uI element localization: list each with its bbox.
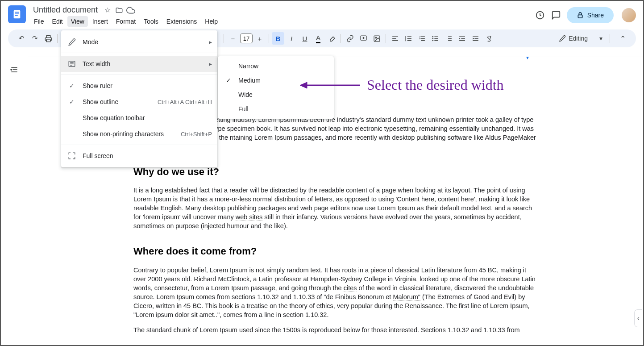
svg-rect-6: [46, 39, 50, 42]
insert-image-button[interactable]: [370, 32, 383, 45]
numbered-list-button[interactable]: [442, 32, 455, 45]
menu-item-label: Full screen: [83, 152, 212, 159]
move-folder-icon[interactable]: [115, 6, 124, 15]
menu-divider: [61, 145, 217, 145]
undo-button[interactable]: ↶: [15, 32, 28, 45]
highlight-button[interactable]: [325, 32, 338, 45]
user-avatar[interactable]: [622, 8, 636, 22]
paragraph[interactable]: Contrary to popular belief, Lorem Ipsum …: [133, 266, 536, 319]
menu-item-label: Show equation toolbar: [83, 114, 212, 121]
svg-point-17: [432, 38, 433, 38]
share-button[interactable]: Share: [567, 7, 614, 23]
menu-item-show-equation-toolbar[interactable]: Show equation toolbar: [61, 110, 217, 126]
submenu-arrow-icon: ▸: [209, 60, 212, 67]
document-title[interactable]: Untitled document: [30, 4, 100, 16]
text-width-submenu: Narrow ✓ Medium Wide Full: [218, 56, 334, 119]
clear-formatting-button[interactable]: [482, 32, 495, 45]
spellcheck-underline[interactable]: cites: [344, 284, 357, 292]
submenu-item-narrow[interactable]: Narrow: [218, 59, 334, 73]
fullscreen-icon: [66, 152, 77, 160]
menu-edit[interactable]: Edit: [49, 16, 66, 27]
chevron-down-icon: ▾: [599, 35, 602, 42]
check-icon: ✓: [66, 82, 77, 89]
pencil-icon: [66, 38, 77, 46]
underline-button[interactable]: U: [299, 32, 311, 45]
menu-item-label: Show outline: [83, 98, 158, 105]
menu-item-show-ruler[interactable]: ✓ Show ruler: [61, 78, 217, 94]
share-label: Share: [587, 12, 604, 19]
text-width-icon: [66, 60, 77, 68]
menu-item-show-non-printing[interactable]: Show non-printing characters Ctrl+Shift+…: [61, 126, 217, 142]
svg-rect-5: [578, 15, 582, 18]
menu-item-mode[interactable]: Mode ▸: [61, 34, 217, 50]
spellcheck-underline[interactable]: web sites: [236, 213, 262, 221]
paragraph[interactable]: It is a long established fact that a rea…: [133, 186, 536, 230]
menu-item-show-outline[interactable]: ✓ Show outline Ctrl+Alt+A Ctrl+Alt+H: [61, 94, 217, 110]
collapse-toolbar-button[interactable]: ⌃: [616, 32, 629, 45]
menu-tools[interactable]: Tools: [140, 16, 162, 27]
svg-rect-3: [15, 15, 17, 16]
menu-file[interactable]: File: [30, 16, 48, 27]
menu-extensions[interactable]: Extensions: [163, 16, 200, 27]
bold-button[interactable]: B: [272, 32, 284, 45]
view-menu-dropdown: Mode ▸ Text width ▸ ✓ Show ruler ✓ Show …: [61, 30, 217, 167]
svg-point-9: [375, 37, 376, 38]
line-spacing-button[interactable]: [402, 32, 415, 45]
comments-icon[interactable]: [551, 10, 561, 21]
menu-divider: [61, 75, 217, 75]
submenu-item-medium[interactable]: ✓ Medium: [218, 73, 334, 88]
outline-toggle-button[interactable]: [8, 63, 21, 76]
svg-rect-1: [15, 12, 19, 13]
svg-point-16: [432, 36, 433, 37]
menu-item-label: Show non-printing characters: [83, 130, 181, 138]
header: Untitled document ☆ File Edit View Inser…: [1, 1, 643, 29]
ruler-right-marker[interactable]: ▾: [526, 54, 529, 61]
editing-mode-button[interactable]: Editing ▾: [554, 32, 607, 45]
submenu-item-label: Medium: [238, 77, 261, 84]
indent-increase-button[interactable]: [469, 32, 482, 45]
menu-format[interactable]: Format: [112, 16, 139, 27]
menu-item-label: Mode: [83, 38, 205, 46]
checklist-button[interactable]: [415, 32, 428, 45]
text-color-button[interactable]: A: [312, 32, 324, 45]
cloud-status-icon[interactable]: [126, 6, 135, 15]
italic-button[interactable]: I: [285, 32, 298, 45]
menu-insert[interactable]: Insert: [89, 16, 112, 27]
submenu-arrow-icon: ▸: [209, 38, 212, 46]
history-icon[interactable]: [535, 10, 545, 21]
menu-help[interactable]: Help: [201, 16, 221, 27]
font-size-input[interactable]: [240, 33, 253, 43]
menu-view[interactable]: View: [67, 16, 88, 27]
font-size-control: − +: [227, 32, 266, 45]
align-button[interactable]: [389, 32, 401, 45]
indent-decrease-button[interactable]: [456, 32, 468, 45]
title-area: Untitled document ☆ File Edit View Inser…: [30, 4, 535, 27]
bulleted-list-button[interactable]: [429, 32, 441, 45]
insert-link-button[interactable]: [344, 32, 356, 45]
submenu-item-full[interactable]: Full: [218, 102, 334, 116]
submenu-item-wide[interactable]: Wide: [218, 88, 334, 102]
svg-rect-2: [15, 13, 19, 14]
docs-logo[interactable]: [8, 5, 26, 23]
font-size-decrease[interactable]: −: [227, 32, 239, 45]
submenu-item-label: Narrow: [238, 63, 258, 70]
font-size-increase[interactable]: +: [253, 32, 266, 45]
add-comment-button[interactable]: [357, 32, 370, 45]
print-button[interactable]: [42, 32, 54, 45]
spellcheck-underline[interactable]: Malorum": [393, 293, 420, 301]
menu-item-full-screen[interactable]: Full screen: [61, 148, 217, 164]
menu-item-label: Text width: [83, 60, 205, 67]
paragraph[interactable]: The standard chunk of Lorem Ipsum used s…: [133, 325, 536, 334]
star-icon[interactable]: ☆: [103, 6, 112, 15]
redo-button[interactable]: ↷: [29, 32, 41, 45]
check-icon: ✓: [223, 77, 234, 84]
editing-mode-label: Editing: [569, 35, 588, 42]
heading[interactable]: Where does it come from?: [133, 245, 536, 258]
menu-item-label: Show ruler: [83, 82, 212, 89]
side-panel-toggle[interactable]: ‹: [634, 309, 642, 327]
shortcut-text: Ctrl+Alt+A Ctrl+Alt+H: [158, 99, 212, 105]
svg-point-31: [11, 69, 12, 71]
submenu-item-label: Wide: [238, 91, 253, 98]
submenu-item-label: Full: [238, 105, 249, 113]
menu-item-text-width[interactable]: Text width ▸: [61, 56, 217, 72]
